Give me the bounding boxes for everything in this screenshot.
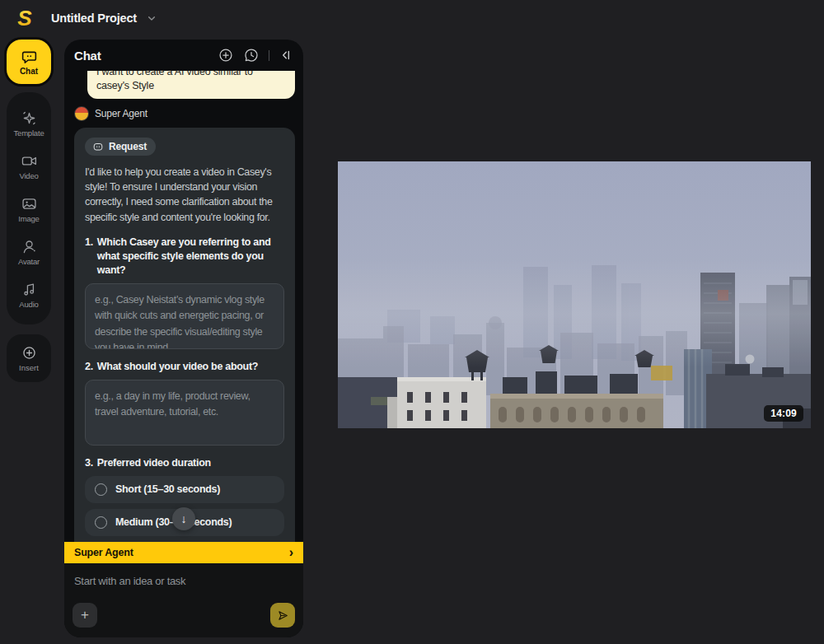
chat-panel: Chat I want to create a AI video similar… [64,40,303,637]
video-preview[interactable]: 14:09 [338,161,811,428]
radio-unselected-icon [95,516,107,529]
template-sparkle-icon [21,110,38,127]
sidebar-item-label: Chat [20,67,38,76]
sidebar-item-label: Template [14,128,44,138]
chat-message-list[interactable]: I want to create a AI video similar to c… [64,71,303,542]
duration-option-short[interactable]: Short (15–30 seconds) [85,476,284,503]
svg-text:S: S [17,6,32,30]
agent-intro-text: I'd like to help you create a video in C… [85,165,284,225]
top-bar: S Untitled Project [0,0,824,36]
question-2-text: What should your video be about? [97,360,258,374]
image-icon [21,195,38,212]
sidebar-item-label: Avatar [18,257,40,266]
agent-identity-row: Super Agent [74,106,295,121]
sidebar-tool-group: Template Video Image [7,92,51,324]
chat-composer[interactable]: Start with an idea or task + [64,563,303,637]
request-face-icon [92,141,104,152]
sidebar-item-avatar[interactable]: Avatar [7,231,51,273]
request-badge: Request [85,138,156,156]
sidebar-item-video[interactable]: Video [7,145,51,188]
question-2: 2. What should your video be about? [85,360,284,374]
sidebar: Chat Template Video [7,40,51,382]
sidebar-item-label: Audio [19,300,38,309]
chat-bubble-icon [21,49,38,66]
request-badge-label: Request [109,141,147,152]
style-input-placeholder: e.g., Casey Neistat's dynamic vlog style… [95,294,265,349]
new-chat-plus-icon[interactable] [218,47,234,63]
attach-plus-button[interactable]: + [73,603,97,628]
sidebar-item-template[interactable]: Template [7,102,51,145]
sidebar-item-image[interactable]: Image [7,188,51,231]
super-agent-avatar [74,106,89,121]
super-agent-bar-label: Super Agent [74,547,133,558]
insert-plus-icon [21,344,38,362]
user-message-bubble: I want to create a AI video similar to c… [87,71,295,99]
scroll-to-bottom-button[interactable]: ↓ [172,507,195,530]
super-agent-bar[interactable]: Super Agent › [64,542,303,563]
sidebar-item-label: Video [19,171,38,180]
chevron-right-icon: › [289,546,293,559]
agent-request-card: Request I'd like to help you create a vi… [74,128,295,542]
video-timestamp: 14:09 [764,405,803,422]
question-1: 1. Which Casey are you referring to and … [85,236,284,278]
sidebar-item-insert[interactable]: Insert [7,334,51,382]
sidebar-item-label: Insert [19,363,39,372]
question-3: 3. Preferred video duration [85,456,284,470]
collapse-panel-icon[interactable] [277,47,293,63]
sidebar-item-chat[interactable]: Chat [7,40,51,84]
app-logo-icon[interactable]: S [13,6,36,30]
duration-option-label: Short (15–30 seconds) [115,483,220,495]
plus-icon: + [81,607,89,623]
project-title[interactable]: Untitled Project [51,12,137,25]
header-divider [269,50,269,61]
question-3-number: 3. [85,456,93,470]
chat-header: Chat [64,40,303,71]
topic-input[interactable]: e.g., a day in my life, product review, … [85,380,284,446]
question-1-number: 1. [85,236,93,278]
sidebar-item-audio[interactable]: Audio [7,273,51,316]
composer-placeholder: Start with an idea or task [74,575,293,587]
send-plane-icon [276,609,290,623]
chevron-down-icon[interactable] [145,12,158,25]
arrow-down-icon: ↓ [181,512,187,525]
sidebar-item-label: Image [18,214,39,223]
style-input[interactable]: e.g., Casey Neistat's dynamic vlog style… [85,283,284,349]
question-1-text: Which Casey are you referring to and wha… [97,236,284,278]
avatar-person-icon [21,238,38,255]
radio-unselected-icon [95,483,107,496]
question-2-number: 2. [85,360,93,374]
video-camera-icon [21,152,38,170]
question-3-text: Preferred video duration [97,456,211,470]
city-skyline-frame [338,161,811,428]
topic-input-placeholder: e.g., a day in my life, product review, … [95,390,250,418]
agent-name-label: Super Agent [95,108,147,119]
app-window: S Untitled Project Chat Template [0,0,824,644]
chat-panel-title: Chat [74,49,101,63]
audio-note-icon [21,281,38,298]
send-button[interactable] [270,603,295,628]
history-clock-icon[interactable] [243,47,260,63]
